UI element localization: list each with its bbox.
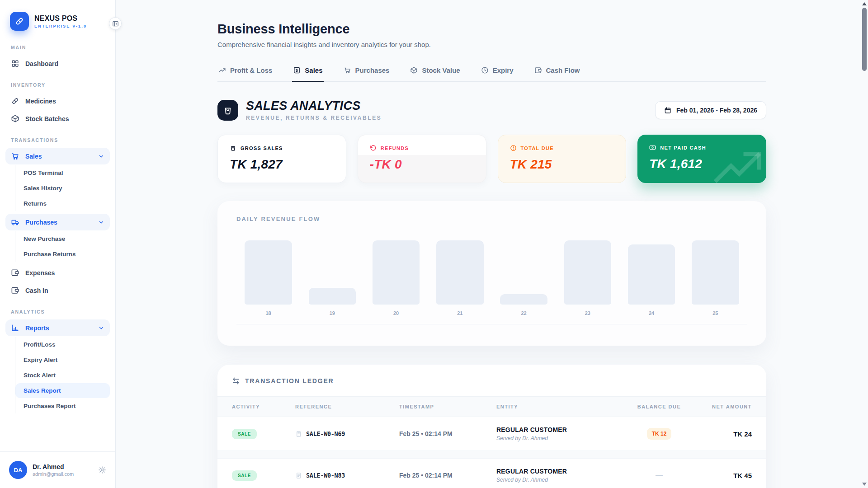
stat-value: TK 215 [510,157,614,172]
page-title: Business Intelligence [217,22,766,37]
analytics-subtitle: REVENUE, RETURNS & RECEIVABLES [246,115,382,121]
sidebar-item-expiry-alert[interactable]: Expiry Alert [15,352,110,367]
scrollbar-down-arrow[interactable] [862,483,867,486]
timestamp: Feb 25 • 02:14 PM [399,430,496,437]
section-label-inventory: INVENTORY [0,73,115,92]
bar-day-24 [628,244,675,305]
stat-value: -TK 0 [370,157,474,172]
sidebar-item-purchase-returns[interactable]: Purchase Returns [15,247,110,262]
sidebar-collapse-button[interactable] [109,17,122,30]
sidebar-item-purchases[interactable]: Purchases [5,214,110,230]
stat-label: NET PAID CASH [660,145,706,150]
x-tick: 18 [236,310,300,316]
pill-icon [11,97,19,105]
entity-name: REGULAR CUSTOMER [496,426,625,433]
bar-chart-icon [11,324,19,332]
sidebar-item-stock-alert[interactable]: Stock Alert [15,368,110,383]
gear-icon[interactable] [98,466,106,474]
chart-title: DAILY REVENUE FLOW [236,216,747,222]
chevron-down-icon [98,219,104,225]
x-tick: 25 [684,310,747,316]
tab-profit-loss[interactable]: Profit & Loss [217,61,273,82]
panel-collapse-icon [112,20,119,27]
banknote-icon [293,66,301,74]
chart-divider [236,324,747,335]
column-header: ACTIVITY [232,404,295,409]
main-area: Business Intelligence Comprehensive fina… [116,0,868,488]
date-range-picker[interactable]: Feb 01, 2026 - Feb 28, 2026 [655,101,766,119]
sidebar-item-purchases-report[interactable]: Purchases Report [15,399,110,413]
tab-stock-value[interactable]: Stock Value [409,61,461,82]
tab-sales[interactable]: Sales [292,61,323,82]
ledger-header-row: ACTIVITY REFERENCE TIMESTAMP ENTITY BALA… [217,396,766,417]
x-tick: 24 [620,310,684,316]
sidebar-item-stock-batches[interactable]: Stock Batches [5,110,110,127]
user-footer: DA Dr. Ahmed admin@gmail.com [0,451,115,488]
vertical-scrollbar[interactable] [861,0,868,488]
tab-expiry[interactable]: Expiry [480,61,514,82]
dashboard-grid-icon [11,59,19,68]
receipt-icon [295,472,302,479]
column-header: NET AMOUNT [693,404,752,409]
balance-due-empty: — [656,471,663,479]
stat-card-net-paid-cash: NET PAID CASH TK 1,612 [637,135,766,183]
sidebar-item-reports[interactable]: Reports [5,319,110,336]
stat-cards: GROSS SALES TK 1,827 REFUNDS -TK 0 [217,135,766,183]
sidebar-item-label: Reports [25,324,49,332]
table-row[interactable]: SALE SALE-W0-N69 Feb 25 • 02:14 PM REGUL… [217,417,766,450]
stat-card-refunds: REFUNDS -TK 0 [358,135,486,183]
bar-chart-plot [236,240,747,305]
section-label-analytics: ANALYTICS [0,300,115,319]
tab-cash-flow[interactable]: Cash Flow [533,61,581,82]
tab-label: Stock Value [422,66,460,74]
brand-name: NEXUS POS [34,14,87,23]
package-icon [11,114,19,123]
user-email: admin@gmail.com [33,471,74,477]
alert-circle-icon [510,145,517,151]
stat-card-gross-sales: GROSS SALES TK 1,827 [217,135,346,183]
tab-label: Profit & Loss [230,66,272,74]
net-amount: TK 24 [693,430,752,438]
scrollbar-thumb[interactable] [862,8,867,71]
receipt-icon [295,431,302,437]
truck-icon [11,218,19,226]
wallet-icon [11,268,19,277]
sidebar-item-expenses[interactable]: Expenses [5,264,110,281]
sidebar-item-label: Medicines [25,98,56,105]
sidebar-item-medicines[interactable]: Medicines [5,93,110,109]
sidebar-item-sales-report[interactable]: Sales Report [15,383,110,398]
x-tick: 20 [364,310,428,316]
entity-served-by: Served by Dr. Ahmed [496,477,625,483]
sidebar-item-cash-in[interactable]: Cash In [5,282,110,299]
stat-card-total-due: TOTAL DUE TK 215 [498,135,627,183]
banknote-icon [649,144,656,151]
user-name: Dr. Ahmed [33,463,74,470]
sidebar-item-sales-history[interactable]: Sales History [15,181,110,196]
sidebar-item-dashboard[interactable]: Dashboard [5,55,110,72]
section-label-transactions: TRANSACTIONS [0,128,115,147]
entity-name: REGULAR CUSTOMER [496,468,625,475]
table-row[interactable]: SALE SALE-W0-N83 Feb 25 • 02:14 PM REGUL… [217,459,766,488]
scrollbar-up-arrow[interactable] [862,2,867,5]
sidebar-item-sales[interactable]: Sales [5,148,110,164]
sidebar-item-returns[interactable]: Returns [15,196,110,211]
ledger-title: TRANSACTION LEDGER [245,377,334,385]
tab-label: Cash Flow [546,66,580,74]
bar-day-21 [436,240,484,305]
sidebar-item-pos-terminal[interactable]: POS Terminal [15,165,110,180]
cart-icon [344,66,351,74]
section-label-main: MAIN [0,35,115,54]
wallet-icon [534,66,542,74]
brand-edition: ENTERPRISE V-1.0 [34,24,87,28]
tab-purchases[interactable]: Purchases [343,61,391,82]
transfer-arrows-icon [232,377,240,385]
activity-badge: SALE [232,470,257,481]
sidebar-item-profit-loss[interactable]: Profit/Loss [15,337,110,352]
timestamp: Feb 25 • 02:14 PM [399,472,496,479]
shopping-bag-icon [217,100,238,121]
trend-up-watermark-icon [713,145,763,183]
sidebar-item-new-purchase[interactable]: New Purchase [15,231,110,246]
bar-day-25 [692,240,739,305]
bar-day-23 [564,240,612,305]
column-header: TIMESTAMP [399,404,496,409]
